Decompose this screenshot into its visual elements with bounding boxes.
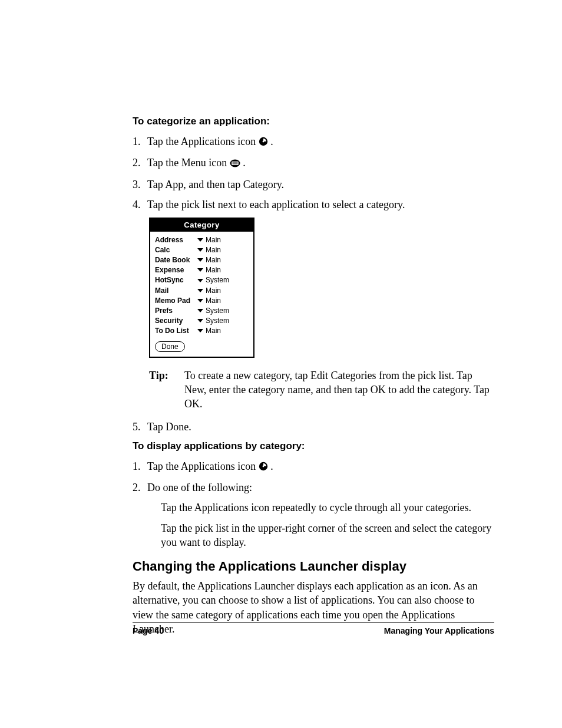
app-name: HotSync bbox=[155, 275, 197, 285]
category-row: HotSyncSystem bbox=[155, 275, 249, 285]
procedure-1-steps: 1. Tap the Applications icon . 2. Tap th… bbox=[133, 134, 494, 212]
step-text: Tap the Menu icon . bbox=[147, 156, 494, 171]
page-number: Page 40 bbox=[133, 625, 164, 637]
category-picklist[interactable]: Main bbox=[197, 326, 221, 335]
applications-icon bbox=[259, 136, 268, 150]
step-text: Tap the pick list next to each applicati… bbox=[147, 197, 494, 212]
category-row: CalcMain bbox=[155, 245, 249, 255]
procedure-2-steps: 1. Tap the Applications icon . 2. Do one… bbox=[133, 459, 494, 495]
category-value: Main bbox=[206, 296, 221, 305]
step-1-text-a: Tap the Applications icon bbox=[147, 136, 259, 147]
category-row: ExpenseMain bbox=[155, 265, 249, 275]
app-name: To Do List bbox=[155, 326, 197, 335]
dropdown-triangle-icon bbox=[197, 329, 203, 332]
step-number: 5. bbox=[133, 420, 147, 434]
category-value: System bbox=[206, 275, 229, 285]
app-name: Mail bbox=[155, 286, 197, 295]
category-picklist[interactable]: Main bbox=[197, 286, 221, 295]
document-page: To categorize an application: 1. Tap the… bbox=[0, 0, 562, 728]
step-text: Tap the Applications icon . bbox=[147, 134, 494, 150]
category-picklist[interactable]: Main bbox=[197, 235, 221, 245]
procedure-title: To categorize an application: bbox=[133, 115, 494, 129]
category-value: Main bbox=[206, 265, 221, 275]
app-name: Date Book bbox=[155, 255, 197, 265]
menu-icon bbox=[230, 157, 240, 171]
applications-icon bbox=[259, 460, 268, 475]
category-picklist[interactable]: System bbox=[197, 275, 229, 285]
category-row: To Do ListMain bbox=[155, 326, 249, 335]
category-value: Main bbox=[206, 255, 221, 265]
step-1-text-b: . bbox=[270, 136, 273, 147]
category-dialog-screenshot: Category AddressMainCalcMainDate BookMai… bbox=[149, 218, 254, 358]
sub-step: Tap the pick list in the upper-right cor… bbox=[161, 521, 494, 550]
chapter-title: Managing Your Applications bbox=[384, 625, 494, 637]
dropdown-triangle-icon bbox=[197, 299, 203, 302]
step-1-text-b: . bbox=[270, 460, 273, 472]
step-2-text-a: Tap the Menu icon bbox=[147, 157, 230, 169]
dropdown-triangle-icon bbox=[197, 319, 203, 322]
page-footer: Page 40 Managing Your Applications bbox=[133, 622, 494, 637]
dialog-title: Category bbox=[150, 219, 253, 232]
category-row: Date BookMain bbox=[155, 255, 249, 265]
tip-label: Tip: bbox=[149, 368, 184, 411]
step-number: 2. bbox=[133, 156, 147, 171]
svg-rect-3 bbox=[232, 162, 239, 165]
app-name: Address bbox=[155, 235, 197, 245]
category-picklist[interactable]: Main bbox=[197, 255, 221, 265]
dropdown-triangle-icon bbox=[197, 238, 203, 242]
category-row: AddressMain bbox=[155, 235, 249, 245]
category-value: System bbox=[206, 316, 229, 325]
step-text: Tap Done. bbox=[147, 420, 494, 434]
category-value: System bbox=[206, 306, 229, 315]
dropdown-triangle-icon bbox=[197, 279, 203, 282]
app-name: Prefs bbox=[155, 306, 197, 315]
dropdown-triangle-icon bbox=[197, 268, 203, 272]
category-value: Main bbox=[206, 326, 221, 335]
step-text: Tap App, and then tap Category. bbox=[147, 177, 494, 192]
category-value: Main bbox=[206, 235, 221, 245]
app-name: Security bbox=[155, 316, 197, 325]
step-1-text-a: Tap the Applications icon bbox=[147, 460, 259, 472]
app-name: Memo Pad bbox=[155, 296, 197, 305]
done-button[interactable]: Done bbox=[155, 341, 185, 352]
step-text: Do one of the following: bbox=[147, 480, 494, 495]
dropdown-triangle-icon bbox=[197, 248, 203, 252]
sub-step: Tap the Applications icon repeatedly to … bbox=[161, 500, 494, 515]
procedure-title: To display applications by category: bbox=[133, 440, 494, 453]
dropdown-triangle-icon bbox=[197, 258, 203, 262]
tip-block: Tip: To create a new category, tap Edit … bbox=[149, 368, 494, 411]
dialog-body: AddressMainCalcMainDate BookMainExpenseM… bbox=[150, 232, 253, 357]
category-row: Memo PadMain bbox=[155, 296, 249, 305]
app-name: Expense bbox=[155, 265, 197, 275]
category-picklist[interactable]: Main bbox=[197, 265, 221, 275]
dropdown-triangle-icon bbox=[197, 289, 203, 292]
step-number: 1. bbox=[133, 134, 147, 150]
section-heading: Changing the Applications Launcher displ… bbox=[133, 558, 494, 575]
category-picklist[interactable]: Main bbox=[197, 245, 221, 255]
category-picklist[interactable]: System bbox=[197, 316, 229, 325]
step-2-text-b: . bbox=[243, 157, 246, 169]
tip-text: To create a new category, tap Edit Categ… bbox=[184, 368, 494, 411]
step-number: 1. bbox=[133, 459, 147, 475]
category-picklist[interactable]: System bbox=[197, 306, 229, 315]
category-row: SecuritySystem bbox=[155, 316, 249, 325]
step-number: 3. bbox=[133, 177, 147, 192]
category-picklist[interactable]: Main bbox=[197, 296, 221, 305]
app-name: Calc bbox=[155, 245, 197, 255]
category-value: Main bbox=[206, 245, 221, 255]
step-number: 4. bbox=[133, 197, 147, 212]
dropdown-triangle-icon bbox=[197, 309, 203, 312]
category-value: Main bbox=[206, 286, 221, 295]
svg-point-7 bbox=[262, 465, 264, 467]
procedure-1-steps-cont: 5. Tap Done. bbox=[133, 420, 494, 434]
step-number: 2. bbox=[133, 480, 147, 495]
category-row: MailMain bbox=[155, 286, 249, 295]
svg-point-1 bbox=[262, 141, 264, 143]
category-row: PrefsSystem bbox=[155, 306, 249, 315]
step-text: Tap the Applications icon . bbox=[147, 459, 494, 475]
